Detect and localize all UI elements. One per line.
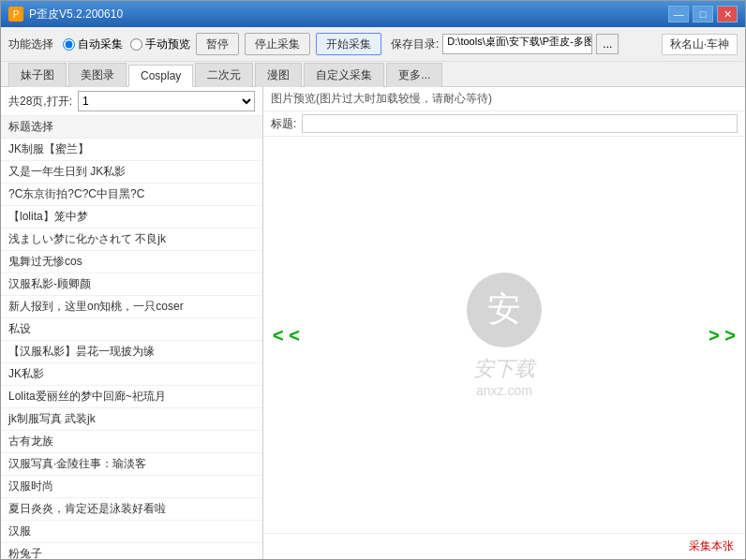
tab-custom[interactable]: 自定义采集 (304, 63, 384, 87)
manual-preview-input[interactable] (130, 38, 142, 51)
title-bar: P P歪皮V5.2.200610 — □ ✕ (1, 1, 745, 27)
function-label: 功能选择 (8, 37, 53, 52)
list-item[interactable]: 汉服 (1, 521, 262, 543)
list-item[interactable]: 新人报到，这里on知桃，一只coser (1, 296, 262, 318)
minimize-button[interactable]: — (668, 6, 689, 22)
auto-collect-label: 自动采集 (78, 37, 123, 52)
list-item[interactable]: Lolita爱丽丝的梦中回廊~祀琉月 (1, 386, 262, 408)
title-row-label: 标题: (271, 116, 296, 132)
close-button[interactable]: ✕ (717, 6, 738, 22)
list-item[interactable]: jk制服写真 武装jk (1, 408, 262, 431)
left-panel: 共28页,打开: 1 2 3 标题选择 JK制服【蜜兰】又是一年生日到 JK私影… (1, 87, 263, 559)
manual-preview-label: 手动预览 (145, 37, 190, 52)
list-item[interactable]: 粉兔子 (1, 543, 262, 559)
bottom-bar: 采集本张 (263, 533, 745, 559)
maximize-button[interactable]: □ (693, 6, 713, 22)
preview-header: 图片预览(图片过大时加载较慢，请耐心等待) (263, 87, 745, 111)
tabs-row: 妹子图 美图录 Cosplay 二次元 漫图 自定义采集 更多... (1, 62, 745, 87)
toolbar: 功能选择 自动采集 手动预览 暂停 停止采集 开始采集 保存目录: D:\too… (1, 27, 745, 62)
title-bar-left: P P歪皮V5.2.200610 (8, 7, 123, 22)
list-item[interactable]: JK制服【蜜兰】 (1, 139, 262, 161)
list-item[interactable]: 【lolita】笼中梦 (1, 206, 262, 228)
browse-button[interactable]: ... (596, 34, 619, 54)
page-row: 共28页,打开: 1 2 3 (1, 87, 262, 116)
user-name: 秋名山·车神 (662, 34, 738, 55)
watermark-text: 安下载 (467, 355, 542, 383)
title-input[interactable] (302, 114, 738, 133)
title-controls: — □ ✕ (668, 6, 738, 22)
list-item[interactable]: 汉服私影-顾卿颜 (1, 273, 262, 296)
app-window: P P歪皮V5.2.200610 — □ ✕ 功能选择 自动采集 手动预览 暂停… (0, 0, 746, 560)
list-item[interactable]: ?C东京街拍?C?C中目黑?C (1, 184, 262, 206)
pause-button[interactable]: 暂停 (196, 33, 239, 55)
tab-zhizi[interactable]: 妹子图 (8, 63, 67, 87)
app-icon: P (8, 7, 23, 22)
list-item[interactable]: 汉服时尚 (1, 476, 262, 498)
tab-cosplay[interactable]: Cosplay (128, 65, 193, 87)
nav-left-button[interactable]: < < (273, 324, 300, 346)
list-item[interactable]: JK私影 (1, 363, 262, 386)
list-item[interactable]: 又是一年生日到 JK私影 (1, 161, 262, 184)
stop-button[interactable]: 停止采集 (245, 33, 310, 55)
list-item[interactable]: 古有龙族 (1, 431, 262, 453)
title-list: JK制服【蜜兰】又是一年生日到 JK私影?C东京街拍?C?C中目黑?C【loli… (1, 139, 262, 559)
list-item[interactable]: 【汉服私影】昙花一现披为缘 (1, 341, 262, 363)
start-button[interactable]: 开始采集 (316, 33, 381, 55)
tab-erci[interactable]: 二次元 (195, 63, 253, 87)
watermark: 安 安下载 anxz.com (467, 273, 542, 398)
collect-mode-group: 自动采集 手动预览 (63, 37, 190, 52)
list-item[interactable]: 私设 (1, 318, 262, 341)
save-path-display: D:\tools\桌面\安下载\P歪皮-多图采... (442, 34, 592, 54)
watermark-subtext: anxz.com (467, 383, 542, 398)
save-label: 保存目录: (391, 37, 439, 52)
section-label: 标题选择 (1, 116, 262, 139)
tab-meitu[interactable]: 美图录 (68, 63, 127, 87)
list-item[interactable]: 鬼舞过无惨cos (1, 251, 262, 273)
page-select[interactable]: 1 2 3 (78, 91, 255, 111)
right-panel: 图片预览(图片过大时加载较慢，请耐心等待) 标题: 安 安下载 anxz.com… (263, 87, 745, 559)
auto-collect-input[interactable] (63, 38, 75, 51)
page-label: 共28页,打开: (8, 94, 72, 110)
watermark-icon: 安 (467, 273, 542, 347)
list-item[interactable]: 夏日炎炎，肯定还是泳装好看啦 (1, 498, 262, 521)
preview-area: 安 安下载 anxz.com < < > > (263, 137, 745, 533)
nav-right-button[interactable]: > > (709, 324, 736, 346)
list-item[interactable]: 汉服写真·金陵往事：瑜淡客 (1, 453, 262, 476)
window-title: P歪皮V5.2.200610 (29, 7, 123, 22)
tab-manhua[interactable]: 漫图 (255, 63, 302, 87)
save-group: 保存目录: D:\tools\桌面\安下载\P歪皮-多图采... ... (391, 34, 619, 54)
auto-collect-radio[interactable]: 自动采集 (63, 37, 123, 52)
tab-more[interactable]: 更多... (386, 63, 442, 87)
title-row: 标题: (263, 111, 745, 137)
list-item[interactable]: 浅ましい梦に化かされて 不良jk (1, 228, 262, 251)
collect-button[interactable]: 采集本张 (689, 538, 734, 554)
manual-preview-radio[interactable]: 手动预览 (130, 37, 190, 52)
main-content: 共28页,打开: 1 2 3 标题选择 JK制服【蜜兰】又是一年生日到 JK私影… (1, 87, 745, 559)
